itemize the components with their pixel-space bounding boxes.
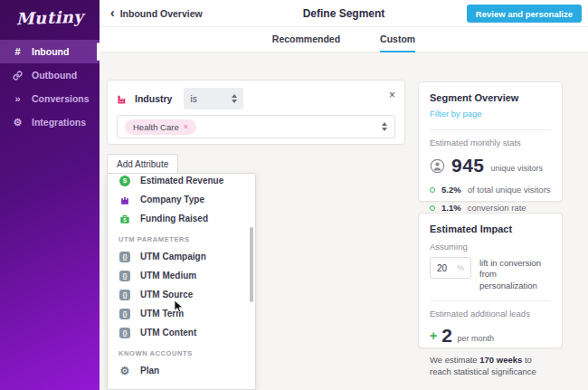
- menu-section-known-accounts: Known Accounts: [108, 345, 255, 361]
- estimate-duration: 170 weeks: [479, 355, 522, 365]
- select-stepper-icon: [232, 94, 237, 103]
- utm-icon: {}: [119, 252, 131, 262]
- inbound-icon: #: [12, 47, 24, 57]
- menu-item-label: UTM Medium: [140, 271, 196, 281]
- attribute-menu-list: $ Estimated Revenue Company Type $: [108, 173, 255, 380]
- menu-item-utm-medium[interactable]: {} UTM Medium: [108, 266, 255, 285]
- operator-select[interactable]: is: [184, 88, 243, 109]
- divider: [430, 300, 551, 301]
- green-dot-icon: [430, 205, 435, 211]
- assuming-label: Assuming: [430, 242, 551, 252]
- filter-by-page-link[interactable]: Filter by page: [430, 109, 482, 119]
- sidebar-item-label: Inbound: [32, 46, 69, 57]
- review-and-personalize-button[interactable]: Review and personalize: [467, 5, 582, 23]
- menu-item-utm-source[interactable]: {} UTM Source: [108, 285, 255, 304]
- revenue-icon: $: [119, 176, 131, 186]
- person-icon: [430, 158, 445, 174]
- menu-item-funding-raised[interactable]: $ Funding Raised: [108, 209, 255, 228]
- sidebar-nav: # Inbound Outbound » Conversions ⚙: [0, 40, 100, 134]
- stat-value: 1.1%: [441, 203, 461, 213]
- sidebar-item-outbound[interactable]: Outbound: [0, 63, 100, 87]
- top-bar: ‹ Inbound Overview Define Segment Review…: [100, 0, 588, 27]
- utm-icon: {}: [119, 309, 131, 319]
- stat-value: 5.2%: [441, 185, 461, 195]
- lift-description: lift in conversion from personalization: [479, 258, 551, 291]
- utm-icon: {}: [119, 328, 131, 338]
- divider: [430, 129, 551, 130]
- unique-visitors-value: 945: [451, 155, 485, 176]
- segment-overview-card: Segment Overview Filter by page Estimate…: [418, 81, 563, 202]
- remove-tag-icon[interactable]: ×: [184, 122, 188, 131]
- remove-condition-icon[interactable]: ×: [389, 90, 395, 100]
- leads-value: 2: [441, 325, 452, 347]
- menu-item-label: UTM Source: [140, 290, 193, 300]
- menu-item-label: Estimated Revenue: [140, 176, 223, 185]
- menu-item-estimated-revenue[interactable]: $ Estimated Revenue: [108, 173, 255, 190]
- value-stepper-icon[interactable]: [382, 122, 387, 131]
- menu-item-label: Funding Raised: [140, 214, 208, 224]
- sidebar-item-label: Outbound: [32, 70, 77, 81]
- define-segment-screen: Mutiny # Inbound Outbound » Conversions: [0, 0, 588, 390]
- outbound-icon: [12, 71, 24, 81]
- condition-attribute-label: Industry: [135, 93, 172, 104]
- stat-row: 5.2% of total unique visitors: [430, 185, 551, 195]
- unique-visitors-row: 945 unique visitors: [430, 155, 551, 176]
- menu-item-label: UTM Campaign: [140, 252, 206, 262]
- menu-item-label: UTM Term: [140, 309, 184, 319]
- menu-item-utm-content[interactable]: {} UTM Content: [108, 323, 255, 342]
- menu-item-label: UTM Content: [140, 328, 196, 338]
- menu-section-utm-parameters: UTM Parameters: [108, 231, 255, 247]
- utm-icon: {}: [119, 290, 131, 300]
- menu-item-utm-campaign[interactable]: {} UTM Campaign: [108, 247, 255, 266]
- menu-item-utm-term[interactable]: {} UTM Term: [108, 304, 255, 323]
- sidebar-item-inbound[interactable]: # Inbound: [0, 40, 100, 63]
- attribute-dropdown-menu: $ Estimated Revenue Company Type $: [107, 173, 256, 390]
- segment-overview-title: Segment Overview: [430, 92, 551, 103]
- statistical-estimate-text: We estimate 170 weeks to reach statistic…: [430, 354, 551, 378]
- add-attribute-button[interactable]: Add Attribute: [107, 154, 178, 174]
- lift-percent-input[interactable]: 20 %: [430, 257, 471, 279]
- sidebar-item-label: Integrations: [32, 117, 86, 128]
- sidebar-item-integrations[interactable]: ⚙ Integrations: [0, 110, 100, 134]
- menu-item-plan[interactable]: ⚙ Plan: [108, 361, 255, 380]
- stat-label: of total unique visitors: [468, 185, 551, 195]
- stat-row: 1.1% conversion rate: [430, 203, 551, 213]
- additional-leads-label: Estimated additional leads: [430, 309, 551, 319]
- condition-row: Industry is: [117, 88, 395, 109]
- plus-icon: +: [430, 328, 437, 343]
- stats-label: Estimated monthly stats: [430, 138, 551, 147]
- conversions-icon: »: [12, 94, 24, 104]
- industry-icon: [117, 93, 128, 105]
- stat-label: conversion rate: [468, 203, 526, 213]
- value-tag-label: Health Care: [133, 122, 179, 132]
- company-type-icon: [119, 195, 131, 205]
- value-tag: Health Care ×: [125, 119, 196, 135]
- integrations-icon: ⚙: [12, 118, 24, 128]
- menu-scrollbar[interactable]: [250, 227, 253, 302]
- leads-row: + 2 per month: [430, 325, 551, 347]
- percent-suffix: %: [457, 263, 464, 272]
- sidebar-item-conversions[interactable]: » Conversions: [0, 87, 100, 110]
- funding-raised-icon: $: [119, 214, 131, 224]
- estimated-impact-title: Estimated Impact: [430, 224, 551, 234]
- leads-unit: per month: [457, 334, 494, 343]
- condition-value-input[interactable]: Health Care ×: [117, 115, 395, 138]
- lift-row: 20 % lift in conversion from personaliza…: [430, 257, 551, 291]
- sidebar-item-label: Conversions: [32, 93, 90, 104]
- tabs-bar: Recommended Custom: [100, 27, 588, 52]
- green-dot-icon: [430, 187, 435, 193]
- operator-value: is: [190, 94, 196, 104]
- unique-visitors-unit: unique visitors: [491, 164, 544, 173]
- estimate-prefix: We estimate: [430, 355, 479, 365]
- sidebar: Mutiny # Inbound Outbound » Conversions: [0, 0, 100, 390]
- tab-recommended[interactable]: Recommended: [272, 27, 340, 52]
- estimated-impact-card: Estimated Impact Assuming 20 % lift in c…: [418, 213, 563, 348]
- menu-item-company-type[interactable]: Company Type: [108, 190, 255, 209]
- segment-condition-card: Industry is × Health Care ×: [107, 80, 405, 145]
- menu-item-label: Company Type: [140, 195, 204, 205]
- utm-icon: {}: [119, 271, 131, 281]
- plan-icon: ⚙: [119, 366, 131, 376]
- lift-value: 20: [437, 263, 447, 273]
- menu-item-label: Plan: [140, 366, 159, 376]
- tab-custom[interactable]: Custom: [380, 27, 415, 52]
